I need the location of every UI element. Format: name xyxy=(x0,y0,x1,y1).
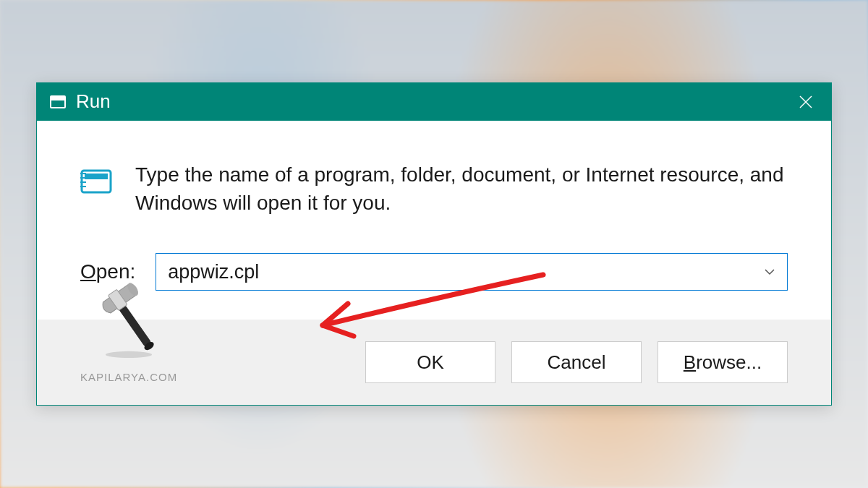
svg-rect-3 xyxy=(85,174,108,179)
open-input[interactable] xyxy=(168,261,775,283)
open-combobox[interactable] xyxy=(156,253,788,291)
hammer-icon xyxy=(89,286,169,368)
close-icon xyxy=(799,95,813,109)
ok-button[interactable]: OK xyxy=(365,341,495,383)
dialog-description: Type the name of a program, folder, docu… xyxy=(135,160,788,217)
titlebar[interactable]: Run xyxy=(37,83,831,121)
run-dialog-icon xyxy=(80,166,114,195)
watermark: KAPILARYA.COM xyxy=(80,286,177,383)
close-button[interactable] xyxy=(780,83,831,121)
cancel-button[interactable]: Cancel xyxy=(511,341,642,383)
dialog-description-area: Type the name of a program, folder, docu… xyxy=(37,121,831,246)
run-titlebar-icon xyxy=(50,95,66,108)
button-row: KAPILARYA.COM OK Cancel Browse... xyxy=(37,320,831,405)
run-dialog: Run Type the name of a program, folder, … xyxy=(36,82,832,406)
browse-button[interactable]: Browse... xyxy=(658,341,788,383)
window-title: Run xyxy=(76,90,780,113)
chevron-down-icon[interactable] xyxy=(764,265,775,278)
watermark-text: KAPILARYA.COM xyxy=(80,371,177,383)
svg-point-12 xyxy=(106,351,152,358)
svg-rect-8 xyxy=(119,304,152,347)
